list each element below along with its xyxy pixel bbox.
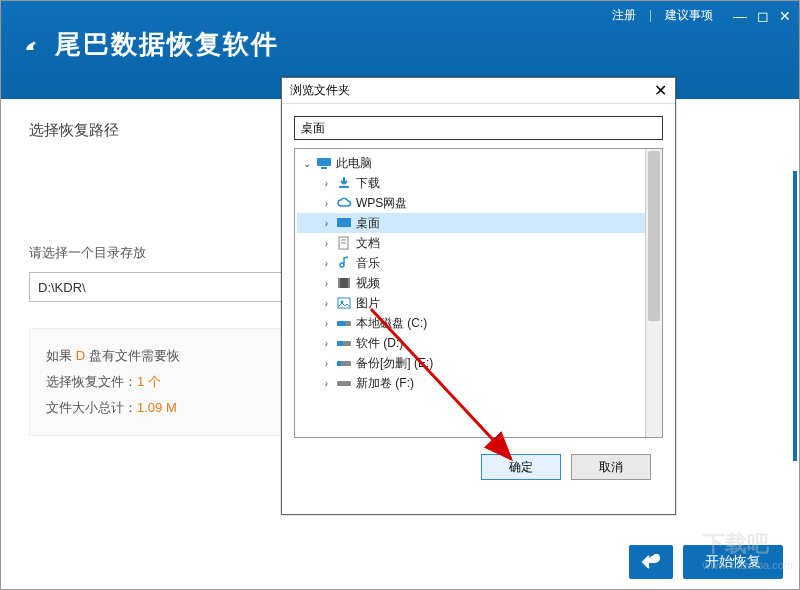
tree-label: 此电脑 — [336, 155, 372, 172]
dialog-body: 桌面 ⌄ 此电脑 › 下载 › WPS网盘 › 桌面 — [282, 104, 675, 492]
tree-node-downloads[interactable]: › 下载 — [297, 173, 660, 193]
tree-label: 本地磁盘 (C:) — [356, 315, 427, 332]
chevron-right-icon[interactable]: › — [321, 238, 332, 249]
document-icon — [336, 235, 352, 251]
tree-node-desktop[interactable]: › 桌面 — [297, 213, 660, 233]
folder-tree[interactable]: ⌄ 此电脑 › 下载 › WPS网盘 › 桌面 › 文 — [294, 148, 663, 438]
tree-label: 新加卷 (F:) — [356, 375, 414, 392]
tree-node-disk-d[interactable]: › 软件 (D:) — [297, 333, 660, 353]
svg-point-0 — [33, 41, 36, 44]
svg-rect-11 — [338, 298, 350, 308]
ok-button[interactable]: 确定 — [481, 454, 561, 480]
drive-icon — [336, 375, 352, 391]
tree-label: 下载 — [356, 175, 380, 192]
dialog-title: 浏览文件夹 — [290, 82, 350, 99]
tree-node-disk-f[interactable]: › 新加卷 (F:) — [297, 373, 660, 393]
close-icon[interactable]: ✕ — [779, 8, 791, 24]
svg-rect-4 — [337, 218, 351, 227]
drive-icon — [336, 355, 352, 371]
svg-rect-18 — [337, 361, 341, 366]
dialog-footer: 确定 取消 — [294, 454, 663, 480]
svg-rect-16 — [337, 341, 343, 346]
cancel-button[interactable]: 取消 — [571, 454, 651, 480]
tree-node-computer[interactable]: ⌄ 此电脑 — [297, 153, 660, 173]
maximize-icon[interactable]: ◻ — [757, 8, 769, 24]
right-accent-strip — [793, 171, 797, 461]
chevron-right-icon[interactable]: › — [321, 198, 332, 209]
start-recovery-button[interactable]: 开始恢复 — [683, 545, 783, 579]
svg-rect-9 — [338, 278, 340, 288]
logo-row: 尾巴数据恢复软件 — [23, 27, 279, 62]
pictures-icon — [336, 295, 352, 311]
drive-icon — [336, 335, 352, 351]
dialog-header: 浏览文件夹 ✕ — [282, 78, 675, 104]
scrollbar-thumb[interactable] — [648, 151, 660, 321]
footer: 开始恢复 — [1, 535, 799, 589]
tree-node-wps[interactable]: › WPS网盘 — [297, 193, 660, 213]
app-logo-icon — [23, 37, 39, 53]
dialog-close-icon[interactable]: ✕ — [654, 81, 667, 100]
window-buttons: — ◻ ✕ — [733, 8, 791, 24]
chevron-right-icon[interactable]: › — [321, 278, 332, 289]
menu-separator — [650, 10, 651, 22]
register-link[interactable]: 注册 — [612, 7, 636, 24]
chevron-right-icon[interactable]: › — [321, 218, 332, 229]
drive-icon — [336, 315, 352, 331]
tree-label: WPS网盘 — [356, 195, 407, 212]
minimize-icon[interactable]: — — [733, 8, 747, 24]
back-button[interactable] — [629, 545, 673, 579]
svg-rect-14 — [337, 321, 346, 326]
svg-rect-10 — [348, 278, 350, 288]
tree-label: 桌面 — [356, 215, 380, 232]
tree-scrollbar[interactable] — [645, 149, 662, 437]
download-icon — [336, 175, 352, 191]
tree-label: 音乐 — [356, 255, 380, 272]
tree-node-disk-c[interactable]: › 本地磁盘 (C:) — [297, 313, 660, 333]
tree-node-disk-e[interactable]: › 备份[勿删] (E:) — [297, 353, 660, 373]
selected-path-input[interactable]: 桌面 — [294, 116, 663, 140]
music-icon — [336, 255, 352, 271]
tree-node-documents[interactable]: › 文档 — [297, 233, 660, 253]
chevron-right-icon[interactable]: › — [321, 378, 332, 389]
chevron-right-icon[interactable]: › — [321, 358, 332, 369]
tree-node-pictures[interactable]: › 图片 — [297, 293, 660, 313]
tree-label: 图片 — [356, 295, 380, 312]
chevron-right-icon[interactable]: › — [321, 178, 332, 189]
tree-label: 文档 — [356, 235, 380, 252]
chevron-right-icon[interactable]: › — [321, 298, 332, 309]
tree-node-video[interactable]: › 视频 — [297, 273, 660, 293]
chevron-right-icon[interactable]: › — [321, 258, 332, 269]
tree-label: 软件 (D:) — [356, 335, 403, 352]
chevron-down-icon[interactable]: ⌄ — [301, 158, 312, 169]
app-title: 尾巴数据恢复软件 — [55, 27, 279, 62]
svg-rect-2 — [317, 158, 331, 166]
svg-point-1 — [34, 42, 35, 43]
video-icon — [336, 275, 352, 291]
selected-path-text: 桌面 — [301, 120, 325, 137]
chevron-right-icon[interactable]: › — [321, 338, 332, 349]
path-value: D:\KDR\ — [38, 280, 86, 295]
cloud-icon — [336, 195, 352, 211]
chevron-right-icon[interactable]: › — [321, 318, 332, 329]
window-menu: 注册 建议事项 — ◻ ✕ — [612, 7, 791, 24]
svg-rect-3 — [321, 167, 327, 169]
suggestions-link[interactable]: 建议事项 — [665, 7, 713, 24]
desktop-icon — [336, 215, 352, 231]
computer-icon — [316, 155, 332, 171]
browse-folder-dialog: 浏览文件夹 ✕ 桌面 ⌄ 此电脑 › 下载 › WPS网盘 › — [281, 77, 676, 515]
back-arrow-icon — [641, 554, 661, 570]
tree-label: 备份[勿删] (E:) — [356, 355, 433, 372]
tree-label: 视频 — [356, 275, 380, 292]
tree-node-music[interactable]: › 音乐 — [297, 253, 660, 273]
svg-rect-19 — [337, 381, 351, 386]
